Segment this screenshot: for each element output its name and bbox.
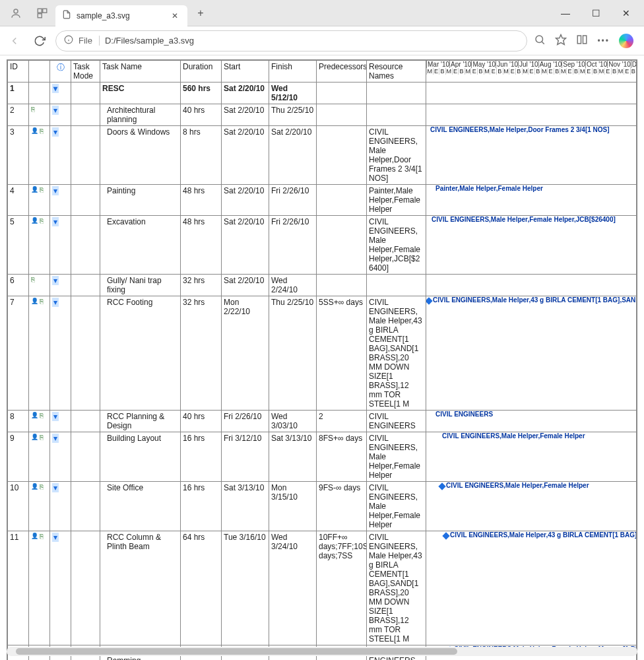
svg-rect-1	[38, 9, 42, 13]
url-text: D:/Files/sample_a3.svg	[105, 36, 194, 46]
url-field[interactable]: File D:/Files/sample_a3.svg	[55, 30, 527, 51]
window-controls: — ☐ ✕	[550, 0, 641, 26]
close-window-button[interactable]: ✕	[611, 0, 641, 26]
split-screen-icon[interactable]	[576, 34, 588, 48]
maximize-button[interactable]: ☐	[581, 0, 611, 26]
svg-point-7	[536, 36, 543, 43]
browser-titlebar: sample_a3.svg ✕ + — ☐ ✕	[0, 0, 644, 26]
copilot-icon[interactable]	[619, 34, 633, 48]
refresh-button[interactable]	[30, 32, 49, 50]
minimize-button[interactable]: —	[550, 0, 581, 26]
browser-tab[interactable]: sample_a3.svg ✕	[55, 5, 187, 26]
svg-rect-10	[578, 36, 581, 44]
svg-point-0	[14, 9, 18, 13]
info-icon[interactable]	[64, 35, 73, 46]
svg-marker-9	[556, 35, 566, 45]
svg-rect-2	[43, 9, 47, 13]
back-button[interactable]	[5, 32, 24, 50]
svg-line-8	[542, 42, 544, 44]
favorite-icon[interactable]	[555, 34, 567, 48]
file-icon	[62, 10, 71, 21]
workspaces-icon[interactable]	[34, 5, 50, 21]
svg-rect-3	[38, 13, 42, 17]
tab-title: sample_a3.svg	[77, 11, 130, 20]
address-bar: File D:/Files/sample_a3.svg •••	[0, 26, 644, 55]
close-tab-icon[interactable]: ✕	[169, 10, 181, 22]
svg-rect-11	[583, 36, 587, 44]
url-scheme: File	[79, 36, 100, 46]
more-icon[interactable]: •••	[597, 36, 610, 46]
profile-icon[interactable]	[8, 5, 24, 21]
new-tab-button[interactable]: +	[191, 4, 210, 22]
zoom-icon[interactable]	[534, 34, 546, 48]
